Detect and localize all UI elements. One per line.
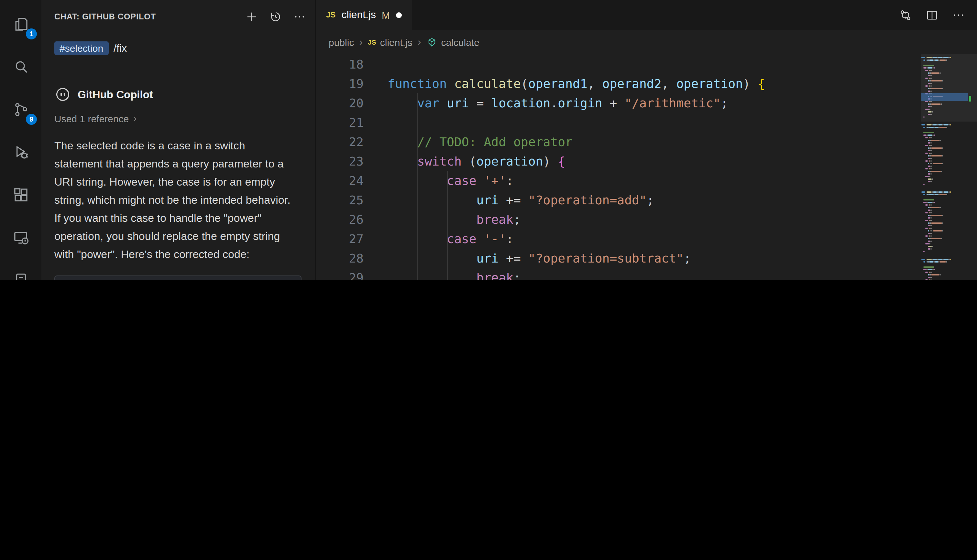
selection-chip: #selection [54, 42, 109, 55]
activity-item-explorer[interactable]: 1 [0, 3, 42, 45]
line-number[interactable]: 21 [316, 115, 364, 129]
activity-bar: 1 9 [0, 0, 42, 280]
run-debug-icon [12, 143, 30, 161]
overview-ruler [968, 54, 977, 280]
source-control-badge: 9 [26, 114, 37, 125]
editor-group: JS client.js M public › JS [316, 0, 977, 280]
chat-header: CHAT: GITHUB COPILOT [42, 0, 315, 33]
editor-actions [899, 0, 977, 30]
line-number[interactable]: 27 [316, 232, 364, 246]
more-button[interactable] [293, 10, 306, 23]
js-file-icon-small: JS [368, 38, 376, 46]
line-number[interactable]: 23 [316, 154, 364, 168]
user-message: #selection /fix [54, 42, 302, 55]
code-line[interactable]: 27 case '-': [316, 229, 977, 248]
assistant-message: GitHub Copilot Used 1 reference › The se… [54, 86, 302, 280]
breadcrumb-symbol[interactable]: calculate [426, 37, 479, 48]
breadcrumb-file[interactable]: JS client.js [368, 37, 413, 48]
code-line[interactable]: 29 break; [316, 268, 977, 280]
split-editor-button[interactable] [925, 8, 939, 22]
line-number[interactable]: 26 [316, 212, 364, 226]
vscode-window: 1 9 [0, 0, 977, 280]
code-line[interactable]: 21 [316, 113, 977, 132]
ruler-change-mark [969, 96, 971, 102]
js-file-icon: JS [326, 10, 336, 19]
minimap[interactable] [921, 54, 968, 280]
explorer-icon [12, 15, 30, 33]
code-line[interactable]: 20 var uri = location.origin + "/arithme… [316, 93, 977, 113]
line-number[interactable]: 24 [316, 173, 364, 188]
line-number[interactable]: 20 [316, 96, 364, 110]
history-icon [269, 10, 282, 23]
compare-changes-button[interactable] [899, 8, 912, 22]
chevron-right-icon: › [133, 113, 137, 124]
line-number[interactable]: 22 [316, 135, 364, 149]
tab-bar: JS client.js M [316, 0, 977, 30]
line-number[interactable]: 28 [316, 251, 364, 265]
activity-item-extensions[interactable] [0, 173, 42, 216]
line-number[interactable]: 25 [316, 193, 364, 207]
code-line[interactable]: 23 switch (operation) { [316, 151, 977, 171]
history-button[interactable] [269, 10, 282, 23]
search-icon [12, 58, 30, 75]
copilot-avatar-icon [54, 86, 71, 103]
code-line[interactable]: 26 break; [316, 210, 977, 229]
code-line[interactable]: 28 uri += "?operation=subtract"; [316, 248, 977, 268]
copilot-chat-panel: CHAT: GITHUB COPILOT #selection /fix [42, 0, 316, 280]
activity-item-run-debug[interactable] [0, 131, 42, 173]
references-toggle[interactable]: Used 1 reference › [54, 113, 137, 124]
code-line[interactable]: 19function calculate(operand1, operand2,… [316, 74, 977, 93]
explorer-badge: 1 [26, 28, 37, 40]
chat-header-actions [245, 10, 306, 23]
symbol-method-icon [426, 37, 437, 48]
notebook-icon [12, 271, 30, 280]
breadcrumb: public › JS client.js › calculate [316, 30, 977, 54]
code-lines: 1819function calculate(operand1, operand… [316, 54, 977, 280]
source-control-icon [12, 100, 30, 118]
activity-item-remote-explorer[interactable] [0, 216, 42, 259]
extensions-icon [12, 186, 30, 203]
chat-title: CHAT: GITHUB COPILOT [54, 12, 245, 21]
slash-command: /fix [114, 42, 127, 54]
tab-client-js[interactable]: JS client.js M [316, 0, 412, 30]
line-number[interactable]: 18 [316, 57, 364, 71]
assistant-name: GitHub Copilot [78, 88, 153, 100]
compare-changes-icon [899, 8, 912, 22]
activity-item-search[interactable] [0, 45, 42, 88]
code-editor[interactable]: 1819function calculate(operand1, operand… [316, 54, 977, 280]
more-actions-icon [952, 8, 965, 22]
assistant-paragraph-1: The selected code is a case in a switch … [54, 137, 295, 264]
activity-item-notebook[interactable] [0, 259, 42, 280]
activity-bar-top: 1 9 [0, 3, 42, 280]
new-chat-button[interactable] [245, 10, 258, 23]
more-icon [293, 10, 306, 23]
line-number[interactable]: 29 [316, 270, 364, 280]
suggested-code-block: case 'power': uri += "?operation=power";… [54, 275, 302, 280]
line-number[interactable]: 19 [316, 76, 364, 90]
git-modified-badge: M [382, 9, 390, 20]
split-editor-icon [925, 8, 939, 22]
code-line[interactable]: 24 case '+': [316, 171, 977, 190]
chat-messages: #selection /fix GitHub Copilot Used 1 re… [42, 33, 315, 280]
unsaved-dot-icon[interactable] [396, 12, 401, 18]
tab-file-name: client.js [341, 9, 376, 21]
breadcrumb-separator: › [359, 36, 362, 48]
assistant-header: GitHub Copilot [54, 86, 302, 103]
plus-icon [245, 10, 258, 23]
code-line[interactable]: 22 // TODO: Add operator [316, 132, 977, 151]
remote-explorer-icon [12, 228, 30, 246]
minimap-selection-highlight [921, 93, 968, 101]
code-line[interactable]: 18 [316, 54, 977, 74]
activity-item-source-control[interactable]: 9 [0, 88, 42, 131]
code-line[interactable]: 25 uri += "?operation=add"; [316, 190, 977, 210]
more-actions-button[interactable] [952, 8, 965, 22]
breadcrumb-folder[interactable]: public [329, 37, 354, 48]
breadcrumb-separator: › [418, 36, 421, 48]
